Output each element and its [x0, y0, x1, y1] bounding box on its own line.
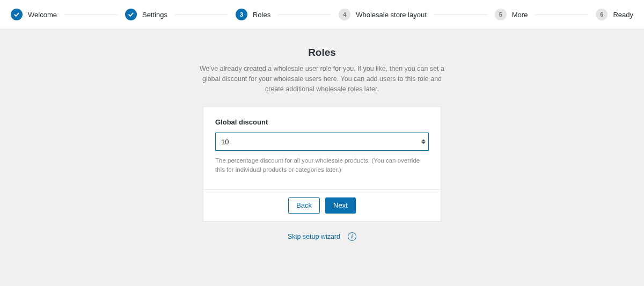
page-description: We've already created a wholesale user r… — [199, 64, 445, 94]
step-wholesale-layout[interactable]: 4 Wholesale store layout — [339, 9, 427, 20]
step-welcome[interactable]: Welcome — [11, 9, 57, 20]
skip-setup-link[interactable]: Skip setup wizard — [288, 233, 340, 240]
step-connector — [434, 14, 487, 15]
step-roles[interactable]: 3 Roles — [236, 9, 270, 20]
step-connector — [64, 14, 118, 15]
global-discount-input[interactable] — [215, 133, 429, 151]
check-icon — [125, 9, 137, 20]
roles-card: Global discount The percentage discount … — [203, 107, 441, 221]
step-label: Ready — [613, 11, 633, 19]
wizard-stepper: Welcome Settings 3 Roles 4 Wholesale sto… — [0, 0, 644, 30]
chevron-up-icon[interactable] — [421, 140, 426, 142]
global-discount-label: Global discount — [215, 118, 429, 126]
step-label: Wholesale store layout — [356, 11, 427, 19]
step-label: Roles — [253, 11, 270, 19]
step-more[interactable]: 5 More — [495, 9, 528, 20]
card-footer: Back Next — [203, 189, 441, 221]
page-title: Roles — [308, 47, 336, 58]
step-label: Welcome — [28, 11, 57, 19]
step-ready[interactable]: 6 Ready — [596, 9, 633, 20]
back-button[interactable]: Back — [288, 197, 320, 214]
step-label: More — [512, 11, 528, 19]
step-number: 4 — [339, 9, 350, 20]
number-stepper[interactable] — [421, 140, 426, 144]
info-icon[interactable]: i — [348, 232, 356, 241]
step-settings[interactable]: Settings — [125, 9, 167, 20]
step-connector — [278, 14, 331, 15]
step-number: 5 — [495, 9, 507, 20]
step-number: 6 — [596, 9, 608, 20]
next-button[interactable]: Next — [325, 197, 356, 214]
check-icon — [11, 9, 23, 20]
global-discount-help: The percentage discount for all your who… — [215, 156, 429, 174]
step-label: Settings — [142, 11, 167, 19]
step-connector — [175, 14, 228, 15]
step-number: 3 — [236, 9, 247, 20]
step-connector — [535, 14, 588, 15]
chevron-down-icon[interactable] — [421, 142, 426, 144]
